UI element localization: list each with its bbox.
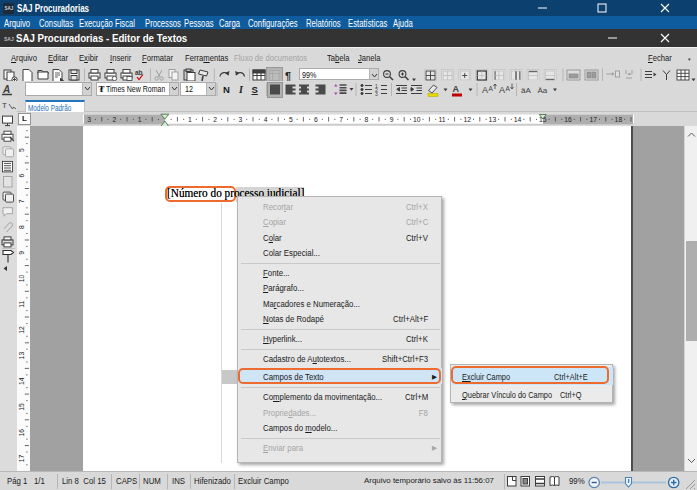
svg-text:3: 3 bbox=[375, 91, 378, 97]
svg-text:17: 17 bbox=[589, 116, 597, 123]
svg-text:9: 9 bbox=[18, 251, 25, 255]
svg-text:2: 2 bbox=[113, 116, 117, 123]
svg-text:7: 7 bbox=[18, 199, 25, 203]
svg-text:A: A bbox=[499, 85, 505, 95]
svg-text:13: 13 bbox=[489, 116, 497, 123]
svg-text:3: 3 bbox=[87, 116, 91, 123]
svg-text:16: 16 bbox=[564, 116, 572, 123]
svg-text:N: N bbox=[223, 84, 230, 95]
svg-text:11: 11 bbox=[18, 300, 25, 307]
svg-text:3: 3 bbox=[239, 116, 243, 123]
svg-text:A: A bbox=[2, 84, 10, 95]
svg-text:12: 12 bbox=[18, 326, 25, 334]
svg-text:äA: äA bbox=[521, 86, 531, 95]
svg-text:11: 11 bbox=[438, 116, 445, 123]
svg-text:1: 1 bbox=[188, 116, 192, 123]
svg-text:10: 10 bbox=[413, 116, 421, 123]
svg-text:14: 14 bbox=[18, 377, 25, 385]
svg-text:13: 13 bbox=[18, 352, 25, 360]
svg-text:I: I bbox=[238, 84, 244, 95]
svg-text:¶: ¶ bbox=[285, 70, 291, 82]
svg-text:T: T bbox=[2, 101, 7, 110]
svg-text:15: 15 bbox=[18, 403, 25, 411]
svg-text:5: 5 bbox=[18, 148, 25, 152]
svg-text:A: A bbox=[506, 85, 511, 92]
svg-text:10: 10 bbox=[18, 275, 25, 283]
svg-text:16: 16 bbox=[18, 429, 25, 437]
svg-text:9: 9 bbox=[390, 116, 394, 123]
svg-text:A: A bbox=[453, 84, 460, 94]
svg-text:6: 6 bbox=[18, 174, 25, 178]
svg-text:A: A bbox=[489, 85, 494, 92]
svg-text:ab: ab bbox=[135, 69, 143, 76]
svg-text:4: 4 bbox=[264, 116, 268, 123]
svg-text:8: 8 bbox=[18, 225, 25, 229]
svg-text:17: 17 bbox=[18, 454, 25, 462]
svg-text:7: 7 bbox=[339, 116, 343, 123]
svg-text:12: 12 bbox=[463, 116, 471, 123]
svg-text:8: 8 bbox=[365, 116, 369, 123]
svg-text:2: 2 bbox=[213, 116, 217, 123]
svg-text:14: 14 bbox=[514, 116, 522, 123]
svg-text:6: 6 bbox=[314, 116, 318, 123]
svg-text:Äa: Äa bbox=[538, 86, 548, 95]
svg-text:18: 18 bbox=[615, 116, 623, 123]
svg-text:A: A bbox=[482, 85, 488, 95]
svg-text:S: S bbox=[252, 84, 258, 95]
svg-text:5: 5 bbox=[289, 116, 293, 123]
svg-text:1: 1 bbox=[138, 116, 142, 123]
